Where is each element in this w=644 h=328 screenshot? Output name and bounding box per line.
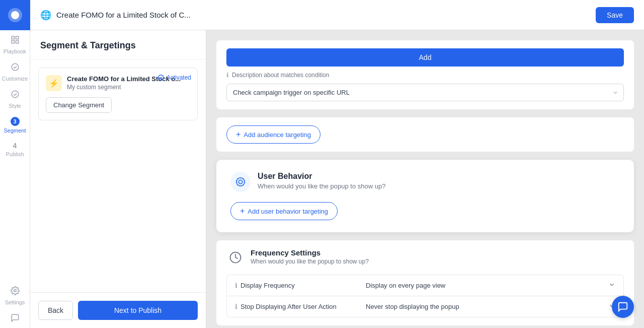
back-button[interactable]: Back [38, 301, 73, 320]
chevron-down-icon-freq1 [608, 281, 615, 290]
stop-value-text: Never stop displaying the popup [366, 303, 459, 310]
frequency-header: Frequency Settings When would you like t… [226, 248, 624, 267]
svg-point-1 [11, 11, 19, 19]
display-frequency-value: Display on every page view [366, 281, 615, 290]
publish-number: 4 [13, 142, 17, 150]
svg-point-6 [12, 63, 19, 71]
globe-icon: 🌐 [40, 10, 51, 21]
url-description: Description about matches condition [232, 72, 329, 79]
sidebar-item-publish[interactable]: 4 Publish [0, 137, 30, 160]
change-segment-button[interactable]: Change Segment [46, 97, 112, 113]
stop-label-text: Stop Displaying After User Action [240, 303, 337, 310]
segment-card: ⚡ Create FOMO for a Limited Stock o... M… [38, 68, 198, 120]
gear-icon [11, 286, 20, 298]
stop-displaying-value: Never stop displaying the popup [366, 302, 615, 311]
sidebar: Playbook Customize Style 3 Segment 4 Pub… [0, 0, 30, 328]
add-audience-button[interactable]: + Add audience targeting [226, 125, 320, 144]
sidebar-logo[interactable] [0, 0, 30, 30]
freq-label-text: Display Frequency [240, 282, 295, 289]
behavior-icon [230, 172, 251, 192]
frequency-icon [226, 248, 245, 267]
next-to-publish-button[interactable]: Next to Publish [78, 301, 198, 320]
save-button[interactable]: Save [596, 7, 634, 23]
svg-point-9 [158, 75, 164, 81]
svg-point-8 [14, 290, 16, 292]
svg-rect-2 [12, 36, 14, 39]
sidebar-item-customize[interactable]: Customize [0, 57, 30, 85]
segment-panel: Segment & Targetings ⚡ Create FOMO for a… [30, 30, 206, 328]
sidebar-item-label: Playbook [4, 48, 26, 54]
frequency-section: Frequency Settings When would you like t… [216, 240, 634, 325]
behavior-title: User Behavior [258, 172, 385, 181]
user-behavior-card: User Behavior When would you like the po… [216, 160, 634, 232]
check-circle-icon-style [11, 90, 20, 101]
activated-label: Activated [167, 74, 191, 81]
svg-point-7 [12, 91, 19, 98]
svg-rect-4 [12, 41, 14, 43]
info-icon-freq1: ℹ [235, 282, 237, 289]
page-title: Create FOMO for a Limited Stock of C... [56, 11, 591, 19]
frequency-title: Frequency Settings [251, 248, 369, 257]
plus-icon-behavior: + [240, 207, 245, 216]
info-icon-desc: ℹ [226, 72, 229, 79]
frequency-text: Frequency Settings When would you like t… [251, 248, 369, 265]
sidebar-item-chat[interactable] [3, 308, 27, 328]
svg-rect-5 [16, 41, 18, 43]
add-user-behavior-button[interactable]: + Add user behavior targeting [230, 202, 338, 220]
activated-badge: Activated [157, 74, 191, 81]
behavior-text: User Behavior When would you like the po… [258, 172, 385, 190]
sidebar-item-label: Segment [4, 127, 26, 134]
segment-panel-header: Segment & Targetings [30, 30, 206, 59]
sidebar-item-style[interactable]: Style [0, 85, 30, 112]
segment-subtitle: My custom segment [67, 84, 190, 91]
url-select-row: Check campaign trigger on specific URL [226, 84, 624, 101]
segment-badge: 3 [11, 117, 20, 126]
sidebar-item-playbook[interactable]: Playbook [0, 30, 30, 57]
main-content: Add ℹ Description about matches conditio… [206, 30, 644, 328]
sidebar-item-settings[interactable]: Settings [3, 281, 27, 308]
frequency-subtitle: When would you like the popup to show up… [251, 258, 369, 265]
display-frequency-row: ℹ Display Frequency Display on every pag… [227, 275, 623, 296]
main-area: 🌐 Create FOMO for a Limited Stock of C..… [30, 0, 644, 328]
url-trigger-section: Add ℹ Description about matches conditio… [216, 40, 634, 109]
sidebar-item-label: Customize [2, 76, 28, 82]
sidebar-item-label: Style [9, 103, 21, 109]
sidebar-item-segment[interactable]: 3 Segment [0, 112, 30, 137]
sidebar-item-label: Publish [6, 151, 24, 157]
content-area: Segment & Targetings ⚡ Create FOMO for a… [30, 30, 644, 328]
description-row: ℹ Description about matches condition [226, 72, 624, 79]
add-audience-label: Add audience targeting [244, 131, 311, 139]
url-trigger-select[interactable]: Check campaign trigger on specific URL [226, 84, 624, 101]
stop-displaying-label: ℹ Stop Displaying After User Action [235, 303, 366, 310]
chat-button[interactable] [612, 296, 634, 318]
chat-icon [11, 313, 20, 325]
add-behavior-label: Add user behavior targeting [248, 208, 328, 215]
segment-panel-footer: Back Next to Publish [30, 292, 206, 328]
plus-icon-audience: + [236, 130, 240, 139]
add-trigger-button[interactable]: Add [226, 48, 624, 67]
info-icon-freq2: ℹ [235, 303, 237, 310]
display-frequency-label: ℹ Display Frequency [235, 282, 366, 289]
behavior-header: User Behavior When would you like the po… [230, 172, 620, 192]
svg-rect-3 [16, 36, 18, 39]
grid-icon [11, 35, 20, 47]
lightning-icon: ⚡ [46, 75, 62, 91]
freq-value-text: Display on every page view [366, 282, 445, 289]
topbar: 🌐 Create FOMO for a Limited Stock of C..… [30, 0, 644, 30]
sidebar-item-label: Settings [5, 299, 25, 305]
behavior-subtitle: When would you like the popup to show up… [258, 182, 385, 190]
audience-section: + Add audience targeting [216, 117, 634, 152]
stop-displaying-row: ℹ Stop Displaying After User Action Neve… [227, 296, 623, 317]
frequency-rows: ℹ Display Frequency Display on every pag… [226, 275, 624, 317]
check-circle-icon [11, 62, 20, 74]
